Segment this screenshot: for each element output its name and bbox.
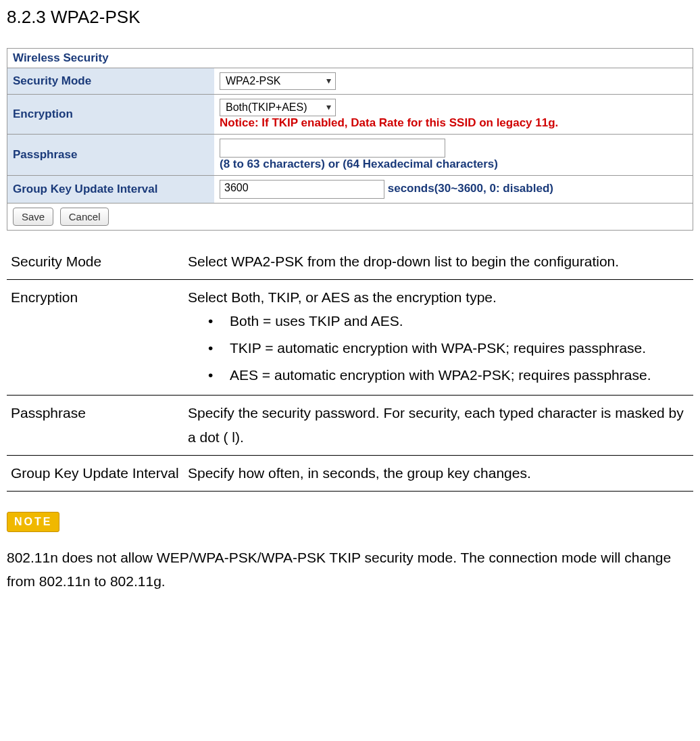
section-heading: 8.2.3 WPA2-PSK [7, 7, 693, 28]
encryption-select[interactable]: Both(TKIP+AES) [220, 99, 336, 116]
security-mode-label: Security Mode [7, 68, 215, 95]
desc-encryption-term: Encryption [7, 279, 184, 396]
save-button[interactable]: Save [13, 208, 53, 226]
desc-encryption-list: Both = uses TKIP and AES. TKIP = automat… [188, 309, 689, 387]
desc-encryption-text: Select Both, TKIP, or AES as the encrypt… [184, 279, 693, 396]
list-item: AES = automatic encryption with WPA2-PSK… [188, 363, 689, 387]
panel-title: Wireless Security [7, 49, 693, 68]
desc-group-key-term: Group Key Update Interval [7, 455, 184, 491]
desc-security-mode-term: Security Mode [7, 244, 184, 279]
passphrase-label: Passphrase [7, 135, 215, 176]
cancel-button[interactable]: Cancel [60, 208, 109, 226]
encryption-notice: Notice: If TKIP enabled, Data Rate for t… [220, 116, 558, 129]
security-mode-select[interactable]: WPA2-PSK [220, 72, 336, 90]
list-item: Both = uses TKIP and AES. [188, 309, 689, 333]
note-text: 802.11n does not allow WEP/WPA-PSK/WPA-P… [7, 546, 693, 594]
desc-passphrase-term: Passphrase [7, 396, 184, 455]
group-key-suffix: seconds(30~3600, 0: disabled) [388, 182, 553, 195]
group-key-label: Group Key Update Interval [7, 176, 215, 204]
group-key-input[interactable]: 3600 [220, 180, 384, 199]
encryption-label: Encryption [7, 95, 215, 135]
desc-security-mode-text: Select WPA2-PSK from the drop-down list … [184, 244, 693, 279]
desc-encryption-intro: Select Both, TKIP, or AES as the encrypt… [188, 289, 497, 305]
passphrase-input[interactable] [220, 139, 445, 158]
wireless-security-panel: Wireless Security Security Mode WPA2-PSK… [7, 48, 693, 231]
description-table: Security Mode Select WPA2-PSK from the d… [7, 244, 693, 492]
passphrase-help: (8 to 63 characters) or (64 Hexadecimal … [220, 158, 498, 170]
desc-passphrase-text: Specify the security password. For secur… [184, 396, 693, 455]
note-badge: NOTE [7, 512, 59, 532]
desc-group-key-text: Specify how often, in seconds, the group… [184, 455, 693, 491]
list-item: TKIP = automatic encryption with WPA-PSK… [188, 336, 689, 360]
